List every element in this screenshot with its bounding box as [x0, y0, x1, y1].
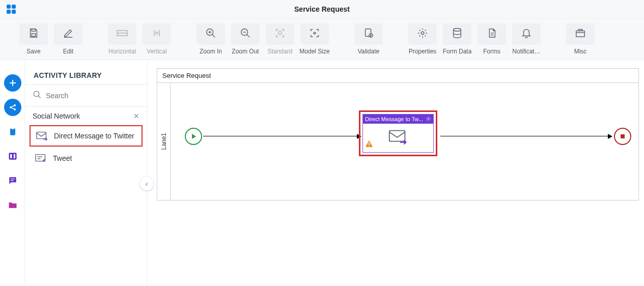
- library-item-label: Direct Message to Twitter: [54, 132, 134, 140]
- activity-library-panel: ACTIVITY LIBRARY Social Network ✕ Direct…: [25, 60, 147, 286]
- save-icon: [28, 27, 39, 41]
- zoom-standard-label: Standard: [268, 48, 293, 55]
- rail-columns-button[interactable]: [4, 148, 21, 165]
- svg-rect-37: [9, 153, 17, 159]
- svg-line-16: [247, 35, 250, 38]
- svg-point-9: [156, 32, 158, 34]
- zoom-standard-button[interactable]: Standard: [265, 23, 295, 55]
- svg-rect-4: [32, 29, 35, 32]
- process-canvas[interactable]: Service Request Lane1 Direct Message to …: [157, 68, 639, 201]
- start-event-node[interactable]: [185, 128, 202, 145]
- save-label: Save: [26, 48, 40, 55]
- svg-rect-2: [7, 10, 11, 14]
- rail-clipboard-button[interactable]: [4, 123, 21, 140]
- document-icon: [486, 27, 497, 41]
- svg-point-30: [10, 106, 12, 108]
- gear-icon: [417, 27, 428, 41]
- edit-button[interactable]: Edit: [53, 23, 83, 55]
- zoom-standard-icon: [274, 27, 286, 41]
- database-icon: [452, 27, 463, 41]
- vertical-label: Vertical: [147, 48, 166, 55]
- rail-folder-button[interactable]: [4, 196, 21, 214]
- library-item-tweet[interactable]: Tweet: [30, 149, 143, 168]
- library-item-label: Tweet: [53, 154, 72, 162]
- end-event-node[interactable]: [614, 128, 631, 145]
- svg-rect-38: [10, 154, 12, 158]
- lane-body[interactable]: Direct Message to Tw...: [171, 83, 638, 200]
- activity-node-header: Direct Message to Tw...: [363, 115, 433, 124]
- misc-label: Misc: [574, 48, 587, 55]
- properties-button[interactable]: Properties: [407, 23, 438, 55]
- vertical-button[interactable]: Vertical: [142, 23, 172, 55]
- edit-label: Edit: [63, 48, 74, 55]
- rail-share-button[interactable]: [4, 99, 21, 116]
- group-header: Social Network ✕: [25, 107, 147, 124]
- svg-rect-20: [366, 29, 371, 37]
- sequence-flow[interactable]: [203, 136, 361, 136]
- search-icon: [33, 90, 42, 101]
- activity-node[interactable]: Direct Message to Tw...: [362, 114, 434, 153]
- notifications-button[interactable]: Notificat…: [511, 23, 542, 55]
- horizontal-layout-icon: [116, 28, 128, 40]
- zoom-in-icon: [205, 27, 216, 41]
- svg-rect-54: [621, 134, 625, 138]
- process-name[interactable]: Service Request: [157, 69, 638, 83]
- lane-label[interactable]: Lane1: [157, 83, 171, 200]
- activity-node-body: [363, 124, 433, 152]
- svg-rect-52: [369, 142, 370, 145]
- svg-rect-1: [12, 5, 16, 9]
- canvas-wrap: Service Request Lane1 Direct Message to …: [147, 60, 644, 286]
- page-title: Service Request: [22, 5, 622, 13]
- activity-node-highlight: Direct Message to Tw...: [359, 110, 437, 156]
- group-title: Social Network: [33, 112, 80, 120]
- zoom-out-label: Zoom Out: [232, 48, 259, 55]
- app-header: Service Request: [0, 0, 644, 18]
- activity-node-title: Direct Message to Tw...: [365, 116, 423, 122]
- vertical-layout-icon: [151, 28, 163, 40]
- svg-point-32: [14, 108, 16, 110]
- sequence-flow[interactable]: [440, 136, 612, 136]
- forms-button[interactable]: Forms: [477, 23, 507, 55]
- save-button[interactable]: Save: [18, 23, 49, 55]
- svg-rect-5: [32, 34, 35, 37]
- svg-line-33: [12, 106, 14, 107]
- svg-rect-26: [576, 31, 585, 37]
- misc-icon: [575, 27, 586, 41]
- validate-button[interactable]: Validate: [353, 23, 384, 55]
- svg-marker-48: [192, 134, 196, 139]
- zoom-in-button[interactable]: Zoom In: [195, 23, 226, 55]
- zoom-out-icon: [240, 27, 251, 41]
- gear-icon[interactable]: [426, 116, 431, 123]
- svg-point-22: [421, 32, 424, 35]
- app-logo-icon[interactable]: [0, 4, 22, 14]
- svg-rect-50: [389, 131, 405, 141]
- rail-add-button[interactable]: [4, 74, 21, 92]
- search-input[interactable]: [46, 92, 139, 100]
- svg-rect-27: [578, 30, 582, 31]
- pencil-icon: [63, 27, 74, 41]
- arrow-icon: [608, 134, 612, 139]
- validate-label: Validate: [358, 48, 379, 55]
- zoom-out-button[interactable]: Zoom Out: [230, 23, 261, 55]
- svg-rect-0: [7, 5, 11, 9]
- misc-button[interactable]: Misc: [565, 23, 596, 55]
- horizontal-label: Horizontal: [108, 48, 136, 55]
- lane: Lane1 Direct Message to Tw...: [157, 83, 638, 200]
- bell-icon: [521, 27, 532, 41]
- direct-message-icon: [387, 128, 409, 148]
- horizontal-button[interactable]: Horizontal: [107, 23, 137, 55]
- form-data-label: Form Data: [443, 48, 472, 55]
- model-size-button[interactable]: Model Size: [299, 23, 330, 55]
- svg-rect-35: [10, 128, 15, 135]
- forms-label: Forms: [483, 48, 500, 55]
- svg-point-31: [14, 104, 16, 106]
- close-icon[interactable]: ✕: [133, 112, 139, 120]
- library-item-direct-message[interactable]: Direct Message to Twitter: [30, 125, 143, 147]
- svg-line-43: [38, 96, 41, 98]
- svg-line-12: [212, 35, 215, 38]
- validate-icon: [363, 27, 374, 41]
- rail-chat-button[interactable]: [4, 172, 21, 189]
- svg-rect-53: [369, 146, 370, 147]
- form-data-button[interactable]: Form Data: [442, 23, 472, 55]
- sidebar-title: ACTIVITY LIBRARY: [25, 60, 147, 85]
